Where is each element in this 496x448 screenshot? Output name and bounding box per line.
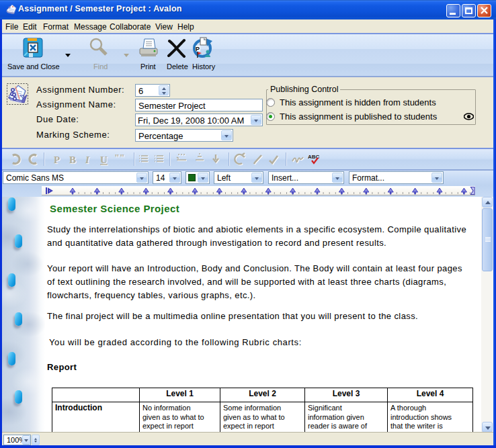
svg-text:U: U: [100, 154, 108, 165]
svg-text:P: P: [54, 154, 60, 165]
svg-text:P: P: [196, 46, 200, 52]
svg-text:B: B: [69, 154, 76, 165]
svg-text:"": "": [114, 153, 125, 163]
svg-text:I: I: [85, 154, 90, 165]
